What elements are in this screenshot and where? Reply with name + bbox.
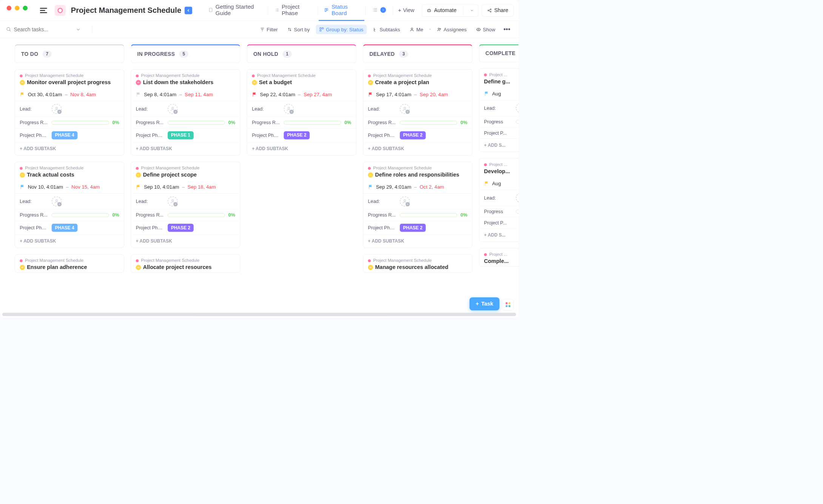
phase-badge: PHASE 2: [168, 224, 194, 232]
task-card[interactable]: Project Management Schedule −List down t…: [131, 69, 240, 155]
window-controls: [7, 6, 28, 11]
column-header-todo[interactable]: TO DO 7: [15, 44, 124, 63]
add-subtask-button[interactable]: + ADD SUBTASK: [131, 142, 240, 155]
add-subtask-button[interactable]: + ADD S...: [479, 228, 518, 241]
assignee-empty[interactable]: +: [52, 104, 62, 114]
breadcrumb: Project Management Schedule: [252, 73, 351, 78]
sort-icon: [287, 27, 292, 32]
assignee-empty[interactable]: +: [400, 196, 410, 206]
assignee-empty[interactable]: +: [168, 196, 177, 206]
progress-bar: [168, 213, 225, 217]
robot-icon: [427, 8, 432, 13]
add-view-button[interactable]: + View: [394, 5, 419, 16]
svg-rect-2: [327, 8, 328, 10]
breadcrumb: Project Management Schedule: [20, 258, 119, 263]
apps-button[interactable]: [502, 299, 514, 310]
breadcrumb: Project ...: [484, 252, 518, 257]
assignee-empty[interactable]: +: [400, 104, 410, 114]
show-button[interactable]: Show: [473, 25, 498, 34]
tab-project-phase[interactable]: Project Phase: [269, 0, 317, 21]
task-card[interactable]: Project Management Schedule −Ensure plan…: [15, 254, 124, 272]
task-card[interactable]: Project Management Schedule −Allocate pr…: [131, 254, 240, 272]
column-header-complete[interactable]: COMPLETE: [479, 44, 519, 62]
sidebar-toggle-icon[interactable]: [38, 6, 49, 15]
chevron-down-icon[interactable]: [76, 27, 81, 32]
share-icon: [487, 8, 492, 13]
close-window[interactable]: [7, 6, 12, 11]
more-options[interactable]: •••: [501, 26, 512, 33]
minimize-window[interactable]: [15, 6, 20, 11]
task-title: Allocate project resources: [143, 264, 212, 270]
assignee-empty[interactable]: +: [516, 103, 518, 113]
assignee-empty[interactable]: +: [52, 196, 62, 206]
svg-point-14: [438, 28, 439, 29]
task-dates: Sep 10, 4:01am –Sep 18, 4am: [131, 180, 240, 193]
task-dates: Aug: [479, 86, 518, 100]
group-by-button[interactable]: Group by: Status: [316, 25, 367, 34]
add-subtask-button[interactable]: + ADD SUBTASK: [363, 235, 472, 248]
task-card[interactable]: Project ... Develop... Aug Lead:+ Progre…: [479, 158, 519, 242]
column-title: IN PROGRESS: [137, 51, 175, 57]
column-header-onhold[interactable]: ON HOLD 1: [247, 44, 356, 63]
task-title: Ensure plan adherence: [27, 264, 87, 270]
assignee-empty[interactable]: +: [516, 193, 518, 203]
task-card[interactable]: Project Management Schedule −Track actua…: [15, 161, 124, 248]
status-icon: −: [136, 80, 141, 85]
flag-icon: [20, 92, 25, 97]
phase-badge: PHASE 1: [168, 131, 194, 139]
automate-dropdown[interactable]: [466, 6, 478, 15]
back-button[interactable]: [185, 6, 192, 14]
chevron-left-icon: [186, 8, 190, 12]
column-count: 5: [179, 51, 188, 58]
share-button[interactable]: Share: [482, 4, 514, 17]
task-card[interactable]: Project ... Define g... Aug Lead:+ Progr…: [479, 68, 519, 152]
task-title: Create a project plan: [375, 79, 429, 86]
breadcrumb: Project Management Schedule: [136, 166, 235, 171]
horizontal-scrollbar[interactable]: [2, 313, 516, 316]
tab-getting-started[interactable]: Getting Started Guide: [203, 0, 267, 21]
assignee-empty[interactable]: +: [284, 104, 294, 114]
tab-overflow[interactable]: [367, 0, 392, 21]
task-card[interactable]: Project Management Schedule −Set a budge…: [247, 69, 356, 155]
add-subtask-button[interactable]: + ADD SUBTASK: [131, 235, 240, 248]
add-subtask-button[interactable]: + ADD SUBTASK: [247, 142, 356, 155]
add-subtask-button[interactable]: + ADD SUBTASK: [15, 142, 124, 155]
svg-point-9: [7, 28, 10, 31]
task-title: Comple...: [484, 258, 509, 264]
column-header-inprog[interactable]: IN PROGRESS 5: [131, 44, 240, 63]
status-icon: −: [368, 172, 373, 177]
column-count: 1: [282, 51, 291, 58]
task-card[interactable]: Project Management Schedule −Define proj…: [131, 161, 240, 248]
svg-point-22: [404, 107, 406, 109]
task-card[interactable]: Project Management Schedule −Create a pr…: [363, 69, 472, 155]
task-card[interactable]: Project Management Schedule −Manage reso…: [363, 254, 472, 272]
progress-bar: [52, 121, 109, 124]
sort-button[interactable]: Sort by: [284, 25, 313, 34]
add-subtask-button[interactable]: + ADD SUBTASK: [15, 235, 124, 248]
search-box[interactable]: [6, 26, 87, 32]
task-title: List down the stakeholders: [143, 79, 214, 86]
phase-badge: PHASE 2: [400, 131, 426, 139]
tab-status-board[interactable]: Status Board: [319, 0, 364, 21]
assignees-button[interactable]: Assignees: [434, 25, 470, 34]
phase-badge: PHASE 2: [400, 224, 426, 232]
progress-bar: [168, 121, 225, 124]
search-input[interactable]: [14, 26, 74, 32]
add-subtask-button[interactable]: + ADD SUBTASK: [363, 142, 472, 155]
new-task-button[interactable]: + Task: [470, 297, 499, 310]
status-icon: −: [20, 172, 25, 177]
task-card[interactable]: Project Management Schedule −Define role…: [363, 161, 472, 248]
maximize-window[interactable]: [23, 6, 28, 11]
assignee-empty[interactable]: +: [168, 104, 177, 114]
me-button[interactable]: Me: [406, 25, 427, 34]
task-card[interactable]: Project Management Schedule −Monitor ove…: [15, 69, 124, 155]
automate-button[interactable]: Automate: [422, 4, 478, 17]
subtasks-button[interactable]: Subtasks: [370, 25, 404, 34]
task-card[interactable]: Project ... Comple...: [479, 248, 519, 266]
add-subtask-button[interactable]: + ADD S...: [479, 138, 518, 152]
task-title: Define g...: [484, 78, 510, 85]
space-icon[interactable]: [55, 5, 66, 16]
column-header-delayed[interactable]: DELAYED 3: [363, 44, 472, 63]
filter-button[interactable]: Filter: [257, 25, 281, 34]
column-title: TO DO: [21, 51, 38, 57]
